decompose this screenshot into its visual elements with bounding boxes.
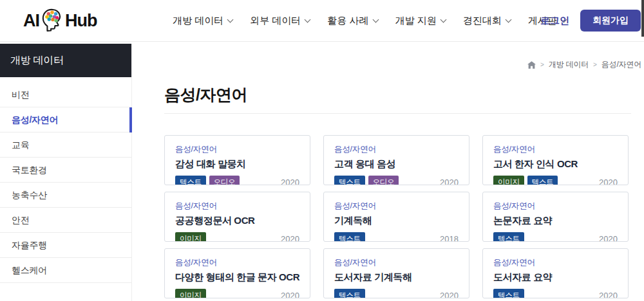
- nav-item-4[interactable]: 경진대회: [463, 15, 511, 27]
- dataset-card-3[interactable]: 음성/자연어공공행정문서 OCR이미지2020: [164, 192, 310, 242]
- card-title: 도서자료 요약: [493, 271, 618, 284]
- sidebar-item-4[interactable]: 농축수산: [0, 183, 131, 208]
- sidebar-item-1[interactable]: 음성/자연어: [0, 107, 131, 132]
- nav-item-label: 개방 데이터: [173, 15, 223, 27]
- sidebar-item-5[interactable]: 안전: [0, 208, 131, 233]
- breadcrumb: >개방 데이터>음성/자연어: [527, 59, 641, 70]
- page-title: 음성/자연어: [164, 84, 247, 105]
- home-icon[interactable]: [527, 61, 536, 69]
- breadcrumb-separator: >: [593, 61, 597, 68]
- sidebar-item-label: 농축수산: [12, 190, 47, 200]
- logo-text-ai: AI: [23, 11, 39, 31]
- card-category: 음성/자연어: [334, 144, 459, 155]
- sidebar-item-label: 비전: [12, 89, 29, 100]
- nav-item-2[interactable]: 활용 사례: [327, 15, 377, 27]
- dataset-card-6[interactable]: 음성/자연어다양한 형태의 한글 문자 OCR이미지2020: [164, 248, 310, 298]
- card-tag-badge: 이미지: [175, 232, 206, 242]
- brain-head-icon: [41, 8, 63, 33]
- chevron-down-icon: [372, 17, 379, 23]
- sidebar-item-7[interactable]: 헬스케어: [0, 258, 131, 283]
- nav-item-0[interactable]: 개방 데이터: [173, 15, 232, 27]
- card-category: 음성/자연어: [493, 257, 618, 268]
- dataset-card-7[interactable]: 음성/자연어도서자료 기계독해텍스트2020: [323, 248, 469, 298]
- card-tag-badge: 텍스트: [334, 289, 365, 298]
- sidebar-item-label: 헬스케어: [12, 265, 47, 275]
- card-tag-badge: 텍스트: [334, 176, 365, 185]
- dataset-card-grid: 음성/자연어감성 대화 말뭉치텍스트오디오2020음성/자연어고객 응대 음성텍…: [164, 135, 629, 298]
- sidebar-item-0[interactable]: 비전: [0, 82, 131, 107]
- card-meta: 텍스트2020: [493, 232, 618, 242]
- card-title: 감성 대화 말뭉치: [175, 158, 299, 170]
- sidebar-item-6[interactable]: 자율주행: [0, 233, 131, 258]
- card-category: 음성/자연어: [493, 144, 618, 155]
- active-item-indicator: [129, 107, 132, 132]
- card-year: 2020: [440, 178, 459, 185]
- nav-item-label: 외부 데이터: [250, 15, 301, 27]
- card-category: 음성/자연어: [334, 201, 459, 212]
- nav-item-label: 경진대회: [463, 15, 502, 27]
- sidebar-item-3[interactable]: 국토환경: [0, 158, 131, 183]
- login-link[interactable]: 로그인: [540, 15, 569, 27]
- scrollbar-thumb[interactable]: [641, 0, 644, 37]
- sidebar-item-label: 안전: [12, 215, 29, 225]
- card-year: 2020: [599, 178, 618, 185]
- dataset-card-2[interactable]: 음성/자연어고서 한자 인식 OCR이미지텍스트2020: [482, 135, 629, 185]
- auth-area: 로그인 회원가입: [540, 0, 641, 41]
- sidebar-item-label: 자율주행: [12, 240, 47, 250]
- card-title: 도서자료 기계독해: [334, 271, 459, 284]
- dataset-card-8[interactable]: 음성/자연어도서자료 요약텍스트2020: [482, 248, 629, 298]
- card-meta: 이미지2020: [175, 232, 299, 242]
- dataset-card-4[interactable]: 음성/자연어기계독해텍스트2018: [323, 192, 469, 242]
- card-year: 2020: [599, 234, 618, 242]
- card-tag-badge: 이미지: [493, 176, 524, 185]
- dataset-card-1[interactable]: 음성/자연어고객 응대 음성텍스트오디오2020: [323, 135, 469, 185]
- card-meta: 이미지2020: [175, 289, 299, 298]
- card-meta: 텍스트오디오2020: [334, 176, 459, 185]
- chevron-down-icon: [227, 17, 234, 23]
- nav-item-label: 개발 지원: [395, 15, 437, 27]
- breadcrumb-item-1[interactable]: 음성/자연어: [601, 59, 641, 70]
- title-divider: [164, 113, 631, 114]
- breadcrumb-separator: >: [540, 61, 544, 68]
- card-meta: 텍스트2020: [493, 289, 618, 298]
- card-category: 음성/자연어: [175, 257, 299, 268]
- sidebar: 개방 데이터 비전음성/자연어교육국토환경농축수산안전자율주행헬스케어: [0, 44, 132, 301]
- card-tag-badge: 오디오: [368, 176, 399, 185]
- card-category: 음성/자연어: [493, 201, 618, 212]
- logo[interactable]: AI Hub: [23, 0, 97, 41]
- card-year: 2020: [281, 178, 299, 185]
- card-title: 공공행정문서 OCR: [175, 215, 299, 227]
- card-title: 논문자료 요약: [493, 215, 618, 227]
- card-year: 2020: [281, 291, 299, 298]
- sidebar-item-label: 국토환경: [12, 165, 47, 175]
- card-meta: 텍스트2018: [334, 232, 459, 242]
- signup-button[interactable]: 회원가입: [580, 10, 641, 32]
- sidebar-menu: 비전음성/자연어교육국토환경농축수산안전자율주행헬스케어: [0, 82, 131, 283]
- card-year: 2020: [281, 234, 299, 242]
- card-tag-badge: 텍스트: [175, 176, 206, 185]
- dataset-card-0[interactable]: 음성/자연어감성 대화 말뭉치텍스트오디오2020: [164, 135, 310, 185]
- card-tag-badge: 텍스트: [493, 289, 524, 298]
- card-title: 고서 한자 인식 OCR: [493, 158, 618, 170]
- card-title: 다양한 형태의 한글 문자 OCR: [175, 271, 299, 284]
- chevron-down-icon: [440, 17, 446, 23]
- nav-item-3[interactable]: 개발 지원: [395, 15, 446, 27]
- sidebar-title: 개방 데이터: [0, 44, 131, 77]
- breadcrumb-item-0[interactable]: 개방 데이터: [549, 59, 589, 70]
- card-meta: 텍스트오디오2020: [175, 176, 299, 185]
- card-tag-badge: 이미지: [175, 289, 206, 298]
- card-year: 2018: [440, 234, 459, 242]
- sidebar-item-label: 교육: [12, 140, 29, 150]
- dataset-card-5[interactable]: 음성/자연어논문자료 요약텍스트2020: [482, 192, 629, 242]
- logo-text-hub: Hub: [65, 11, 97, 31]
- card-year: 2020: [440, 291, 459, 298]
- card-tag-badge: 텍스트: [334, 232, 365, 242]
- nav-item-label: 활용 사례: [327, 15, 368, 27]
- card-year: 2020: [599, 291, 618, 298]
- main-nav: 개방 데이터외부 데이터활용 사례개발 지원경진대회게시판: [173, 0, 566, 41]
- card-category: 음성/자연어: [175, 201, 299, 212]
- nav-item-1[interactable]: 외부 데이터: [250, 15, 310, 27]
- sidebar-item-2[interactable]: 교육: [0, 132, 131, 158]
- chevron-down-icon: [305, 17, 311, 23]
- top-header: AI Hub 개방 데이터외부 데이터활용 사례개발 지원경진대회게시판 로그인…: [0, 0, 644, 42]
